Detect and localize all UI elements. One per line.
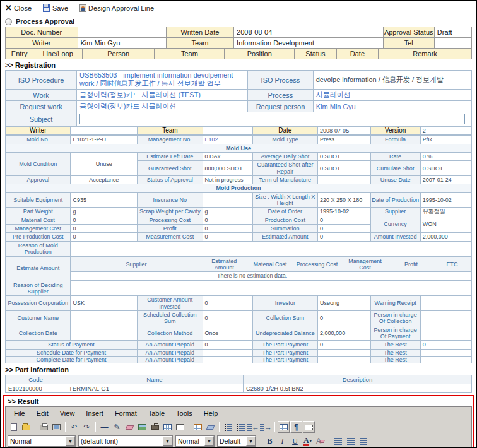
process-approval-radio[interactable] [5,18,12,25]
insert-image-icon[interactable] [136,421,148,433]
estimate-empty-row: There is no estimation data. [71,272,471,280]
redo-icon[interactable]: ↷ [81,421,93,433]
bullet-list-icon[interactable] [235,421,247,433]
font-size-select[interactable]: Normal▼ [175,435,215,447]
part-payment-value-1: 0 [318,341,371,349]
mold-writer-label: Writer [6,127,71,135]
processing-cost-label: Processing Cost [138,216,203,224]
registration-row-2: Work 금형이력(정보)카드 시뮬레이션 (TEST) Process 시뮬레… [6,90,472,101]
bold-icon[interactable]: B [264,435,276,447]
work-label: Work [6,90,77,101]
pencil-icon[interactable]: ✎ [111,421,123,433]
editor-toolbar-main: ↶ ↷ — ✎ ← → ¶ [6,420,471,434]
outdent-icon[interactable]: ← [247,421,259,433]
collection-date-value [71,326,138,341]
customer-name-label: Customer Name [6,310,71,326]
paragraph-style-select[interactable]: Normal▼ [8,435,76,447]
menu-tools[interactable]: Tools [170,409,198,418]
table-borders-icon[interactable] [278,421,290,433]
clear-format-icon[interactable]: A [314,435,326,447]
align-right-icon[interactable] [357,435,369,447]
menu-format[interactable]: Format [109,409,143,418]
frame-icon[interactable] [174,421,186,433]
doc-row-1: Doc. Number Written Date 2008-08-04 Appr… [6,27,472,38]
font-color-select[interactable]: Default▼ [217,435,256,447]
part-info-data-row: E102100000 TERMINAL-G1 C2680-1/2H 0.5t B… [6,384,472,393]
underline-icon[interactable]: U [289,435,301,447]
chevron-down-icon[interactable]: ▼ [66,436,75,446]
menu-view[interactable]: View [54,409,81,418]
approval-header-position: Position [225,49,295,59]
scrap-weight-value: g [203,208,252,216]
approval-header-date: Date [336,49,379,59]
align-left-icon[interactable] [332,435,344,447]
the-rest-value-2 [420,349,471,356]
insert-table-icon[interactable] [162,421,174,433]
writer-version-row: Writer Team Date 2008-07-05 Version 2 [6,127,472,135]
registration-title: >> Registration [1,59,476,70]
font-color-icon[interactable]: A▾ [302,435,314,447]
indent-icon[interactable]: → [260,421,272,433]
briefcase-icon[interactable] [149,421,161,433]
menu-help[interactable]: Help [198,409,224,418]
registration-row-3: Request work 금형이력(정보)카드 시뮬레이션 Request pe… [6,101,472,112]
italic-icon[interactable]: I [276,435,288,447]
close-button[interactable]: ✕Close [5,3,32,13]
complete-date-payment-label: Complete Date for Payment [6,356,138,363]
chevron-down-icon[interactable]: ▼ [163,436,172,446]
formula-value: P/R [420,136,471,144]
iso-procedure-value[interactable]: USB653503 - implement information devolp… [77,71,248,90]
font-family-select[interactable]: (default font)▼ [78,435,173,447]
menu-file[interactable]: File [8,409,31,418]
format-eraser-icon[interactable] [204,421,216,433]
request-person-value[interactable]: Kim Min Gyu [313,101,471,112]
formula-label: Formula [370,136,420,144]
chevron-down-icon[interactable]: ▼ [204,436,214,446]
menu-insert[interactable]: Insert [80,409,109,418]
eraser-icon[interactable] [124,421,136,433]
status-of-payment-row: Status of Payment An Amount Prepaid 0 Th… [6,341,472,349]
team-value: Information Development [234,38,383,49]
open-folder-icon[interactable] [20,421,32,433]
writer-label: Writer [6,38,78,49]
part-payment-label-1: The Part Payment [252,341,317,349]
process-value[interactable]: 시뮬레이션 [313,90,471,101]
possession-corporation-label: Possession Corporation [6,296,71,311]
request-work-value[interactable]: 금형이력(정보)카드 시뮬레이션 [77,101,248,112]
ordered-list-icon[interactable] [222,421,234,433]
approval-line-table: Entry Line/Loop Person Team Position Sta… [5,48,472,59]
pre-production-cost-row: Pre Production Cost 0 Measurement Cost 0… [6,233,472,241]
undo-icon[interactable]: ↶ [68,421,80,433]
approval-header-person: Person [82,49,155,59]
select-region-icon[interactable] [303,421,315,433]
date-of-order-label: Date of Order [252,208,317,216]
chevron-down-icon[interactable]: ▼ [246,436,256,446]
management-no-value[interactable]: E102 [203,136,252,144]
preview-icon[interactable] [50,421,62,433]
measurement-cost-label: Measurement Cost [138,233,203,241]
estimate-header-material-cost: Material Cost [247,257,293,272]
paragraph-marks-icon[interactable]: ¶ [290,421,302,433]
profit-value: 0 [203,225,252,233]
complete-date-payment-row: Complete Date for Payment An Amount Prep… [6,356,472,363]
paragraph-style-value: Normal [8,437,66,445]
process-approval-label: Process Approval [16,18,74,25]
amount-invested-value: 2,000,000 [420,233,471,241]
status-of-approval-value: Not in progress [203,176,252,184]
doc-number-label: Doc. Number [6,27,78,38]
print-icon[interactable] [38,421,50,433]
horizontal-rule-icon[interactable]: — [98,421,110,433]
design-approval-line-button[interactable]: Design Approval Line [80,4,154,12]
person-in-charge-collection-label: Person in charge Of Collection [370,310,420,326]
collection-method-value: Once [203,326,252,341]
new-document-icon[interactable] [8,421,20,433]
process-approval-row: Process Approval [1,15,476,27]
save-button[interactable]: Save [43,4,68,12]
result-title: >> Result [4,396,473,406]
subject-input[interactable] [80,114,465,124]
menu-edit[interactable]: Edit [31,409,54,418]
align-center-icon[interactable] [344,435,356,447]
work-value[interactable]: 금형이력(정보)카드 시뮬레이션 (TEST) [77,90,248,101]
menu-table[interactable]: Table [143,409,170,418]
edit-table-icon[interactable] [192,421,204,433]
